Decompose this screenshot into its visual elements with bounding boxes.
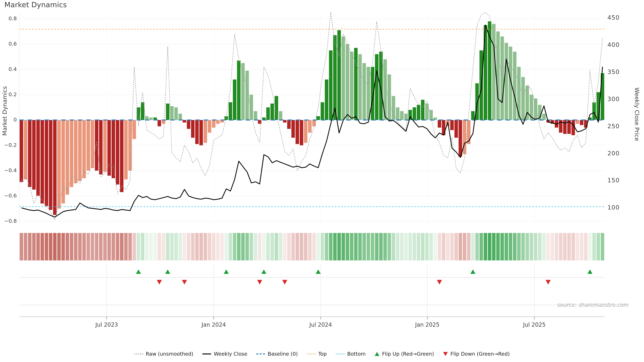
dynamics-bar [580,120,583,125]
heatmap-cell [588,233,592,260]
y-tick-right: 150 [608,177,628,184]
heatmap-cell [438,233,441,260]
flip-up-marker [261,270,266,274]
dynamics-bar [496,31,500,120]
heatmap-cell [137,233,140,260]
legend-item: Flip Down (Green→Red) [443,351,510,357]
heatmap-cell [417,233,420,260]
dynamics-bar [421,100,424,120]
heatmap-cell [20,233,23,260]
dynamics-bar [296,120,299,144]
heatmap-cell [505,233,508,260]
y-tick-left: 0.8 [2,15,17,21]
heatmap-cell [228,233,232,260]
legend-swatch-dotted-icon [336,354,344,355]
heatmap-cell [112,233,115,260]
legend-item: Raw (unsmoothed) [134,351,193,357]
dynamics-bar [40,120,44,203]
heatmap-cell [425,233,429,260]
heatmap-cell [266,233,270,260]
heatmap-cell [392,233,395,260]
dynamics-bar [346,44,349,120]
dynamics-bar [200,120,203,145]
legend-label: Bottom [347,351,366,357]
dynamics-bar [304,120,308,143]
heatmap-cell [195,233,199,260]
heatmap-cell [108,233,111,260]
legend-label: Flip Down (Green→Red) [450,351,510,357]
dynamics-bar [62,120,65,203]
heatmap-cell [45,233,48,260]
heatmap-cell [258,233,262,260]
heatmap-cell [187,233,190,260]
heatmap-cell [36,233,40,260]
heatmap-cell [24,233,27,260]
dynamics-bar [450,120,454,130]
y-tick-left: 0.4 [2,66,17,72]
heatmap-cell [480,233,483,260]
heatmap-cell [304,233,308,260]
dynamics-bar [245,71,249,120]
dynamics-bar [187,120,190,129]
heatmap-cell [174,233,178,260]
dynamics-bar [124,120,128,179]
heatmap-cell [262,233,266,260]
legend-label: Baseline (0) [268,351,298,357]
heatmap-cell [191,233,194,260]
heatmap-cell [124,233,128,260]
dynamics-bar [463,120,466,154]
dynamics-bar [36,120,40,196]
dynamics-bar [509,46,512,120]
dynamics-bar [233,79,236,120]
heatmap-cell [204,233,207,260]
heatmap-cell [496,233,500,260]
heatmap-cell [103,233,107,260]
heatmap-cell [224,233,228,260]
dynamics-bar [321,102,324,120]
dynamics-bar [338,30,341,120]
dynamics-bar [325,79,328,120]
heatmap-cell [371,233,374,260]
heatmap-cell [384,233,387,260]
dynamics-bar [128,120,132,171]
heatmap-cell [550,233,554,260]
dynamics-bar [505,43,508,120]
dynamics-bar [82,120,86,178]
heatmap-cell [592,233,596,260]
flip-up-marker [136,270,141,274]
flip-up-marker [470,270,476,274]
heatmap-cell [200,233,203,260]
heatmap-cell [233,233,236,260]
legend-swatch-solid-icon [202,354,211,355]
dynamics-bar [454,120,458,138]
dynamics-bar [438,120,441,128]
legend-label: Top [318,351,327,357]
heatmap-cell [467,233,470,260]
dynamics-bar [174,107,178,120]
dynamics-bar [279,111,282,120]
heatmap-cell [241,233,245,260]
dynamics-bar [358,54,362,120]
heatmap-cell [492,233,496,260]
heatmap-cell [216,233,220,260]
heatmap-cell [99,233,103,260]
heatmap-cell [283,233,286,260]
heatmap-cell [132,233,136,260]
heatmap-cell [358,233,362,260]
dynamics-bar [342,36,345,120]
dynamics-bar [354,48,358,120]
heatmap-cell [66,233,69,260]
dynamics-bar [521,77,525,120]
flip-down-icon [443,352,448,356]
heatmap-cell [82,233,86,260]
dynamics-bar [20,120,23,182]
heatmap-cell [559,233,562,260]
x-tick-label: Jul 2025 [516,322,553,328]
heatmap-cell [412,233,416,260]
y-tick-left: 0 [2,117,17,123]
heatmap-cell [459,233,462,260]
heatmap-cell [362,233,366,260]
legend-label: Flip Up (Red→Green) [382,351,434,357]
legend-item: Baseline (0) [256,351,298,357]
flip-down-markers [157,280,550,285]
